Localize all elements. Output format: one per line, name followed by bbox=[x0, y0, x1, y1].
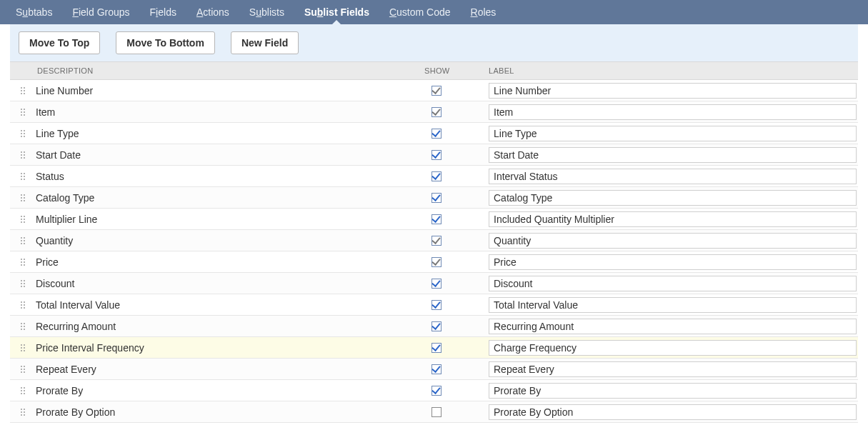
table-row[interactable]: Line Type bbox=[10, 123, 858, 144]
label-cell bbox=[480, 361, 858, 377]
tab-fields[interactable]: Fields bbox=[140, 0, 186, 24]
table-row[interactable]: Multiplier Line bbox=[10, 209, 858, 230]
label-input[interactable] bbox=[489, 83, 857, 99]
show-checkbox[interactable] bbox=[431, 150, 442, 160]
label-cell bbox=[480, 340, 858, 356]
drag-handle-icon[interactable] bbox=[10, 323, 36, 330]
description-cell: Item bbox=[36, 106, 424, 118]
show-cell bbox=[424, 341, 480, 355]
description-cell: Multiplier Line bbox=[36, 214, 424, 225]
table-row[interactable]: Total Interval Value bbox=[10, 294, 858, 316]
label-input[interactable] bbox=[489, 276, 857, 291]
tab-sublist-fields[interactable]: Sublist Fields bbox=[294, 0, 379, 24]
drag-handle-icon[interactable] bbox=[10, 344, 36, 351]
show-checkbox[interactable] bbox=[431, 300, 442, 310]
drag-handle-icon[interactable] bbox=[10, 173, 36, 180]
show-checkbox[interactable] bbox=[431, 107, 442, 117]
tab-field-groups[interactable]: Field Groups bbox=[62, 0, 139, 24]
description-cell: Quantity bbox=[36, 235, 424, 246]
table-row[interactable]: Status bbox=[10, 166, 858, 187]
show-checkbox[interactable] bbox=[431, 407, 442, 417]
description-cell: Status bbox=[36, 171, 424, 182]
table-row[interactable]: Prorate By bbox=[10, 380, 858, 401]
label-input[interactable] bbox=[489, 254, 857, 270]
show-cell bbox=[424, 169, 480, 184]
show-checkbox[interactable] bbox=[431, 86, 442, 96]
tab-roles[interactable]: Roles bbox=[461, 0, 507, 24]
table-row[interactable]: Catalog Type bbox=[10, 187, 858, 209]
show-checkbox[interactable] bbox=[431, 386, 442, 396]
drag-handle-icon[interactable] bbox=[10, 409, 36, 416]
show-checkbox[interactable] bbox=[431, 171, 442, 181]
table-row[interactable]: Prorate By Option bbox=[10, 401, 858, 423]
grid-header-label[interactable]: LABEL bbox=[480, 66, 858, 75]
table-row[interactable]: Repeat Every bbox=[10, 359, 858, 380]
show-cell bbox=[424, 126, 480, 141]
table-row[interactable]: Start Date bbox=[10, 144, 858, 166]
table-row[interactable]: Price bbox=[10, 251, 858, 273]
drag-handle-icon[interactable] bbox=[10, 109, 36, 116]
label-input[interactable] bbox=[489, 383, 857, 399]
label-cell bbox=[480, 276, 858, 291]
label-input[interactable] bbox=[489, 190, 857, 206]
label-input[interactable] bbox=[489, 404, 857, 420]
drag-handle-icon[interactable] bbox=[10, 87, 36, 94]
table-row[interactable]: Line Number bbox=[10, 80, 858, 101]
label-input[interactable] bbox=[489, 211, 857, 227]
drag-handle-icon[interactable] bbox=[10, 259, 36, 266]
show-cell bbox=[424, 298, 480, 312]
show-checkbox[interactable] bbox=[431, 364, 442, 374]
description-cell: Discount bbox=[36, 278, 424, 289]
new-field-button[interactable]: New Field bbox=[231, 31, 299, 54]
grid-header-show[interactable]: SHOW bbox=[424, 66, 480, 75]
label-input[interactable] bbox=[489, 297, 857, 313]
label-input[interactable] bbox=[489, 361, 857, 377]
label-cell bbox=[480, 383, 858, 399]
show-checkbox[interactable] bbox=[431, 193, 442, 203]
drag-handle-icon[interactable] bbox=[10, 216, 36, 223]
show-checkbox[interactable] bbox=[431, 279, 442, 289]
grid-header-description[interactable]: DESCRIPTION bbox=[36, 66, 424, 75]
show-checkbox[interactable] bbox=[431, 343, 442, 353]
label-input[interactable] bbox=[489, 233, 857, 249]
label-input[interactable] bbox=[489, 319, 857, 334]
drag-handle-icon[interactable] bbox=[10, 387, 36, 394]
label-cell bbox=[480, 404, 858, 420]
tab-sublists[interactable]: Sublists bbox=[239, 0, 294, 24]
table-row[interactable]: Discount bbox=[10, 273, 858, 294]
table-row[interactable]: Price Interval Frequency bbox=[10, 337, 858, 359]
tab-subtabs[interactable]: Subtabs bbox=[6, 0, 62, 24]
label-input[interactable] bbox=[489, 169, 857, 184]
drag-handle-icon[interactable] bbox=[10, 366, 36, 373]
move-to-bottom-button[interactable]: Move To Bottom bbox=[116, 31, 215, 54]
drag-handle-icon[interactable] bbox=[10, 130, 36, 137]
sublist-fields-grid: DESCRIPTION SHOW LABEL Line NumberItemLi… bbox=[10, 61, 858, 423]
drag-handle-icon[interactable] bbox=[10, 151, 36, 159]
show-cell bbox=[424, 362, 480, 376]
label-cell bbox=[480, 83, 858, 99]
label-input[interactable] bbox=[489, 104, 857, 120]
move-to-top-button[interactable]: Move To Top bbox=[19, 31, 100, 54]
table-row[interactable]: Quantity bbox=[10, 230, 858, 251]
grid-header-row: DESCRIPTION SHOW LABEL bbox=[10, 61, 858, 80]
show-checkbox[interactable] bbox=[431, 129, 442, 139]
label-input[interactable] bbox=[489, 126, 857, 141]
tab-bar: SubtabsField GroupsFieldsActionsSublists… bbox=[0, 0, 868, 24]
tab-actions[interactable]: Actions bbox=[186, 0, 239, 24]
tab-custom-code[interactable]: Custom Code bbox=[379, 0, 461, 24]
drag-handle-icon[interactable] bbox=[10, 194, 36, 201]
table-row[interactable]: Item bbox=[10, 101, 858, 123]
label-input[interactable] bbox=[489, 340, 857, 356]
description-cell: Total Interval Value bbox=[36, 299, 424, 311]
drag-handle-icon[interactable] bbox=[10, 301, 36, 309]
table-row[interactable]: Recurring Amount bbox=[10, 316, 858, 337]
show-checkbox[interactable] bbox=[431, 214, 442, 224]
show-checkbox[interactable] bbox=[431, 321, 442, 331]
show-checkbox[interactable] bbox=[431, 236, 442, 246]
label-cell bbox=[480, 319, 858, 334]
label-cell bbox=[480, 104, 858, 120]
drag-handle-icon[interactable] bbox=[10, 280, 36, 287]
drag-handle-icon[interactable] bbox=[10, 237, 36, 244]
show-checkbox[interactable] bbox=[431, 257, 442, 267]
label-input[interactable] bbox=[489, 147, 857, 163]
